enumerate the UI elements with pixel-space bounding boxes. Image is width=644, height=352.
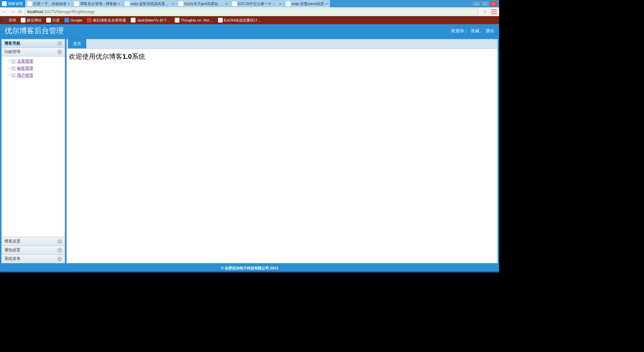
apps-label: 应用 (9, 18, 16, 23)
apps-button[interactable]: ⬛ 应用 (3, 18, 16, 23)
tab-title: 博客后台管理 - 博客园 (80, 1, 117, 6)
menu-icon[interactable] (491, 9, 497, 14)
page-icon (74, 1, 79, 6)
logout-link[interactable]: 退出 (486, 28, 494, 34)
tree-node-articles[interactable]: └ 文章管理 (3, 58, 63, 65)
bookmark-item[interactable]: JackSlaterYu 的个... (131, 18, 170, 23)
bookmark-icon (64, 18, 69, 23)
close-icon[interactable]: × (279, 2, 281, 6)
accordion-label: 博客设置 (4, 238, 20, 244)
bookmark-label: 建议网站 (27, 18, 42, 23)
sidebar-title-label: 博客导航 (4, 41, 20, 46)
welcome-version: 1.0 (122, 53, 132, 60)
collapse-icon[interactable]: − (57, 50, 62, 54)
bookmark-label: 疯狂猜歌名全部答案 (93, 18, 126, 23)
browser-tab[interactable]: extjs 监听浏览器高度变化 × (123, 0, 176, 7)
tree-panel: └ 文章管理 └ 标签管理 └ 用户管理 (1, 56, 65, 237)
url-port: :52075 (43, 9, 55, 14)
maximize-button[interactable]: □ (481, 1, 489, 6)
page-icon (286, 1, 290, 6)
expand-icon[interactable]: + (57, 257, 62, 261)
expand-icon[interactable]: + (57, 239, 62, 244)
close-button[interactable]: × (490, 1, 498, 6)
address-bar[interactable]: localhost:52075/Manage/BlogManage (25, 8, 479, 15)
browser-tab[interactable]: ExtJs关于grid高度自适应 × (176, 0, 230, 7)
bookmark-item[interactable]: 百度 (46, 18, 60, 23)
file-icon (11, 73, 16, 78)
back-button[interactable]: ← (2, 9, 7, 15)
close-icon[interactable]: × (225, 2, 227, 6)
tree-elbow-icon: └ (8, 67, 10, 71)
app-title: 优尔博客后台管理 (5, 26, 64, 36)
tree-node-tags[interactable]: └ 标签管理 (3, 65, 63, 72)
browser-tab[interactable]: extjs 设置panel高度 × (284, 0, 330, 7)
browser-tab[interactable]: 百度一下，你就知道 × (25, 0, 72, 7)
browser-tab[interactable]: EXTJS中怎么将一个Panel × (230, 0, 284, 7)
main-tabbar: 首页 (67, 39, 497, 49)
close-icon[interactable]: × (118, 2, 120, 6)
copyright: © 合肥优尔电子科技有限公司 2014 (221, 266, 278, 271)
tab-label: 首页 (73, 41, 81, 46)
tab-home[interactable]: 首页 (68, 39, 86, 48)
bookmark-item[interactable]: 建议网站 (21, 18, 42, 23)
tree-link[interactable]: 文章管理 (17, 58, 33, 64)
bookmark-icon (175, 18, 179, 23)
bookmark-icon (21, 18, 25, 23)
accordion-section-system-menu[interactable]: 系统菜单 + (1, 255, 65, 263)
forward-button[interactable]: → (10, 9, 15, 15)
close-icon[interactable]: × (68, 2, 70, 6)
tree-elbow-icon: └ (8, 59, 10, 63)
bookmark-label: JackSlaterYu 的个... (137, 18, 170, 23)
app-footer: © 合肥优尔电子科技有限公司 2014 (0, 265, 499, 271)
sidebar-title: 博客导航 ‹ (1, 39, 65, 48)
bookmark-label: ExtJS4实战流量统计... (224, 18, 261, 23)
bookmark-icon (87, 18, 92, 23)
minimize-button[interactable]: — (472, 1, 480, 6)
accordion-section-functions[interactable]: 功能管理 − (1, 48, 65, 56)
accordion-section-notify-settings[interactable]: 通知设置 + (1, 246, 65, 255)
welcome-text-prefix: 欢迎使用优尔博客 (69, 53, 122, 60)
collapse-left-icon[interactable]: ‹ (57, 41, 62, 46)
tab-title: extjs 设置panel高度 (292, 1, 324, 6)
browser-tab[interactable]: 📄 博客管理 (0, 0, 25, 7)
close-icon[interactable]: × (325, 2, 327, 6)
page-icon (232, 1, 237, 6)
page-icon: 📄 (2, 1, 7, 6)
page-icon (178, 1, 183, 6)
expand-icon[interactable]: + (57, 248, 62, 253)
url-path: /Manage/BlogManage (55, 9, 95, 14)
main-panel: 首页 欢迎使用优尔博客1.0系统 (66, 39, 498, 263)
accordion-section-blog-settings[interactable]: 博客设置 + (1, 237, 65, 246)
bookmark-icon (218, 18, 223, 23)
reload-button[interactable]: ⟳ (18, 9, 22, 14)
bookmark-label: Thoughts on .Net ... (181, 18, 213, 22)
tab-title: ExtJs关于grid高度自适应 (184, 1, 224, 6)
bookmark-icon (131, 18, 136, 23)
tab-title: EXTJS中怎么将一个Panel (238, 1, 278, 6)
browser-tab[interactable]: 博客后台管理 - 博客园 × (72, 0, 122, 7)
tree-node-users[interactable]: └ 用户管理 (3, 72, 63, 79)
accordion-label: 通知设置 (4, 247, 20, 253)
bookmark-label: Google (70, 18, 82, 22)
accordion-label: 系统菜单 (4, 256, 20, 262)
file-icon (11, 66, 16, 71)
browser-tabbar: 📄 博客管理 百度一下，你就知道 × 博客后台管理 - 博客园 × extjs … (0, 0, 499, 7)
bookmark-item[interactable]: Google (64, 18, 82, 23)
username-link[interactable]: 张威， (471, 28, 484, 34)
tree-link[interactable]: 用户管理 (17, 73, 33, 78)
tree-link[interactable]: 标签管理 (17, 65, 33, 71)
browser-navbar: ← → ⟳ localhost:52075/Manage/BlogManage … (0, 7, 499, 16)
sidebar: 博客导航 ‹ 功能管理 − └ 文章管理 └ 标签管理 └ (1, 39, 65, 263)
app-header: 优尔博客后台管理 欢迎你： 张威， 退出 (0, 24, 499, 38)
bookmark-item[interactable]: 疯狂猜歌名全部答案 (87, 18, 126, 23)
close-icon[interactable]: × (172, 2, 174, 6)
bookmark-item[interactable]: Thoughts on .Net ... (175, 18, 213, 23)
taskbar (0, 271, 499, 273)
bookmark-label: 百度 (52, 18, 60, 23)
window-controls: — □ × (472, 0, 499, 7)
welcome-prefix: 欢迎你： (451, 28, 469, 34)
bookmark-item[interactable]: ExtJS4实战流量统计... (218, 18, 261, 23)
bookmark-star-icon[interactable]: ☆ (483, 9, 487, 14)
tree-elbow-icon: └ (8, 74, 10, 78)
bookmarks-bar: ⬛ 应用 建议网站 百度 Google 疯狂猜歌名全部答案 JackSlater… (0, 16, 499, 24)
